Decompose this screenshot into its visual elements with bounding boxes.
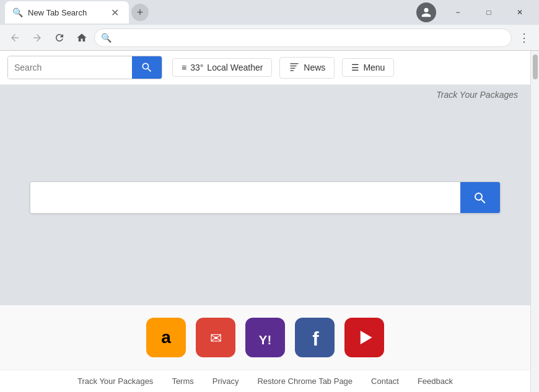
chrome-menu-button[interactable]: ⋮ [514, 28, 534, 48]
news-icon [289, 61, 300, 74]
svg-text:f: f [312, 328, 319, 350]
scrollbar[interactable] [530, 51, 539, 392]
reload-button[interactable] [50, 28, 69, 48]
window-controls: − □ ✕ [416, 2, 534, 22]
quicklink-facebook[interactable]: f [295, 318, 335, 357]
back-button[interactable] [5, 28, 25, 48]
svg-text:Y!: Y! [259, 333, 271, 347]
svg-rect-1 [291, 65, 297, 66]
main-content: ≡ 33° Local Weather News ☰ Menu Track Yo… [0, 51, 530, 392]
quicklink-mail[interactable]: ✉ [196, 318, 235, 357]
footer-feedback[interactable]: Feedback [418, 377, 453, 386]
svg-text:✉: ✉ [210, 330, 222, 346]
svg-rect-2 [291, 68, 296, 69]
chrome-frame: 🔍 New Tab Search ✕ + − □ ✕ 🔍 [0, 0, 539, 392]
scrollbar-thumb[interactable] [533, 54, 538, 79]
maximize-button[interactable]: □ [475, 2, 503, 22]
main-search-button[interactable] [460, 182, 500, 214]
tab-label: New Tab Search [28, 8, 103, 17]
svg-rect-0 [291, 63, 299, 64]
content-wrapper: ≡ 33° Local Weather News ☰ Menu Track Yo… [0, 51, 539, 392]
active-tab[interactable]: 🔍 New Tab Search ✕ [5, 1, 129, 24]
home-button[interactable] [72, 28, 92, 48]
center-area [0, 105, 530, 290]
close-button[interactable]: ✕ [506, 2, 534, 22]
profile-button[interactable] [416, 2, 436, 22]
tab-favicon: 🔍 [12, 7, 23, 17]
footer-track-packages[interactable]: Track Your Packages [77, 377, 153, 386]
footer-privacy[interactable]: Privacy [213, 377, 239, 386]
url-search-icon: 🔍 [101, 33, 112, 43]
toolbar: ≡ 33° Local Weather News ☰ Menu [0, 51, 530, 85]
minimize-button[interactable]: − [444, 2, 472, 22]
weather-temp: 33° [190, 63, 203, 72]
menu-icon: ☰ [351, 63, 359, 72]
url-bar[interactable]: 🔍 [94, 28, 512, 47]
menu-label: Menu [363, 63, 385, 72]
quick-links: a ✉ Y! [0, 305, 530, 370]
top-search-input[interactable] [8, 56, 132, 79]
track-packages-link[interactable]: Track Your Packages [0, 85, 530, 105]
quicklink-yahoo[interactable]: Y! [245, 318, 285, 357]
svg-text:a: a [161, 328, 171, 347]
top-search-bar[interactable] [7, 56, 162, 79]
weather-label: Local Weather [207, 63, 263, 72]
address-bar: 🔍 ⋮ [0, 25, 539, 51]
weather-widget[interactable]: ≡ 33° Local Weather [172, 58, 272, 77]
quicklink-amazon[interactable]: a [146, 318, 186, 357]
top-search-button[interactable] [132, 56, 162, 79]
new-tab-button[interactable]: + [131, 4, 149, 21]
main-search-bar[interactable] [30, 181, 501, 214]
quicklink-youtube[interactable] [344, 318, 384, 357]
footer-restore-chrome[interactable]: Restore Chrome Tab Page [257, 377, 353, 386]
news-label: News [304, 63, 325, 72]
weather-icon: ≡ [182, 63, 186, 72]
main-search-input[interactable] [30, 182, 460, 213]
forward-button[interactable] [27, 28, 47, 48]
title-bar: 🔍 New Tab Search ✕ + − □ ✕ [0, 0, 539, 25]
tab-close-button[interactable]: ✕ [108, 6, 121, 20]
footer: Track Your Packages Terms Privacy Restor… [0, 370, 530, 392]
footer-contact[interactable]: Contact [371, 377, 399, 386]
menu-widget[interactable]: ☰ Menu [342, 58, 394, 77]
footer-terms[interactable]: Terms [172, 377, 193, 386]
svg-rect-3 [291, 70, 294, 71]
news-widget[interactable]: News [279, 57, 335, 79]
